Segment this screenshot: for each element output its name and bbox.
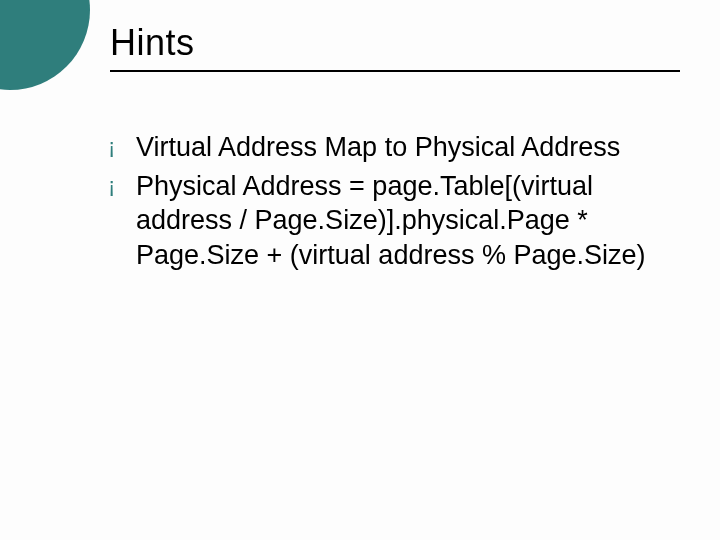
list-item: ¡ Virtual Address Map to Physical Addres… bbox=[108, 130, 670, 165]
hollow-bullet-icon: ¡ bbox=[108, 169, 136, 203]
hollow-bullet-icon: ¡ bbox=[108, 130, 136, 164]
list-item: ¡ Physical Address = page.Table[(virtual… bbox=[108, 169, 670, 273]
bullet-text: Physical Address = page.Table[(virtual a… bbox=[136, 169, 670, 273]
slide-title: Hints bbox=[110, 22, 680, 64]
decorative-corner-circle bbox=[0, 0, 90, 90]
body-block: ¡ Virtual Address Map to Physical Addres… bbox=[108, 130, 670, 276]
slide: Hints ¡ Virtual Address Map to Physical … bbox=[0, 0, 720, 540]
title-block: Hints bbox=[110, 22, 680, 72]
bullet-text: Virtual Address Map to Physical Address bbox=[136, 130, 670, 165]
title-underline bbox=[110, 70, 680, 72]
